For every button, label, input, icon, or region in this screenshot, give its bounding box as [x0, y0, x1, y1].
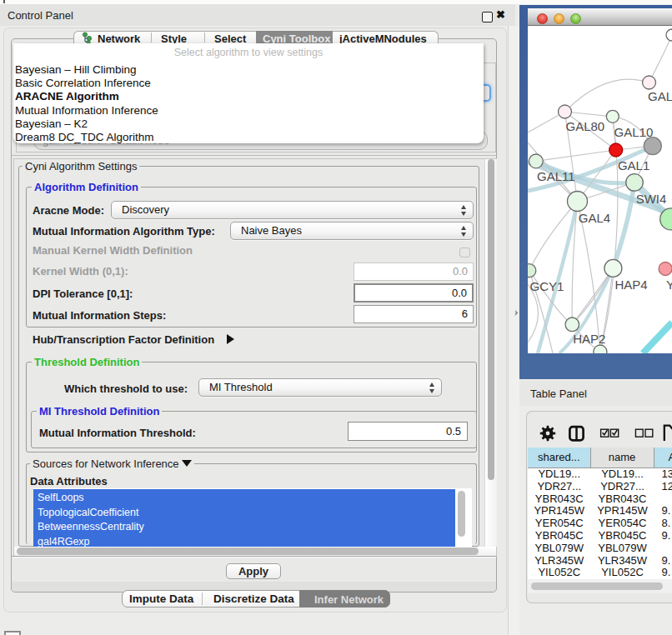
svg-text:GAL4: GAL4 — [579, 211, 610, 225]
svg-text:GAL11: GAL11 — [537, 169, 575, 183]
svg-text:HAP4: HAP4 — [614, 278, 647, 292]
svg-text:SWI4: SWI4 — [636, 192, 667, 206]
svg-text:GAL1: GAL1 — [618, 158, 649, 172]
svg-text:GAL80: GAL80 — [566, 119, 605, 133]
svg-text:GAL10: GAL10 — [614, 125, 654, 139]
svg-text:Y: Y — [666, 278, 672, 292]
svg-text:GCY1: GCY1 — [530, 279, 564, 293]
svg-text:GAL: GAL — [648, 89, 672, 103]
svg-text:HAP2: HAP2 — [573, 332, 605, 346]
